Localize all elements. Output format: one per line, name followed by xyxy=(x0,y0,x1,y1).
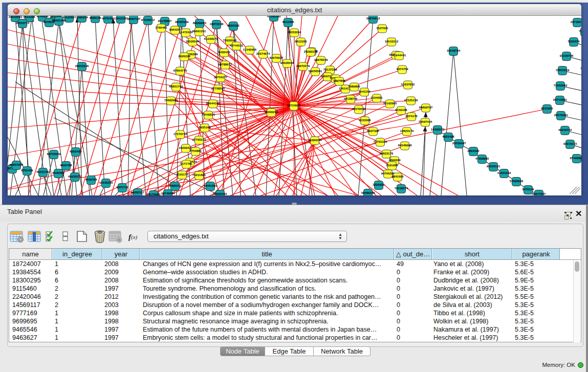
svg-text:96028436: 96028436 xyxy=(280,61,294,64)
svg-text:4668136: 4668136 xyxy=(89,16,101,19)
svg-text:80823176: 80823176 xyxy=(380,152,394,155)
svg-text:5479144: 5479144 xyxy=(522,188,534,191)
svg-text:83140807: 83140807 xyxy=(158,19,172,23)
svg-text:73440831: 73440831 xyxy=(202,113,215,116)
svg-text:6292423: 6292423 xyxy=(70,150,82,153)
svg-text:47295260: 47295260 xyxy=(267,16,281,18)
svg-text:31831063: 31831063 xyxy=(497,171,511,174)
svg-text:8215955: 8215955 xyxy=(541,107,553,110)
svg-text:93016315: 93016315 xyxy=(563,142,577,145)
svg-text:24282218: 24282218 xyxy=(304,50,318,53)
svg-text:97705310: 97705310 xyxy=(192,138,206,141)
svg-text:68353204: 68353204 xyxy=(288,31,301,34)
svg-text:49349722: 49349722 xyxy=(558,128,572,132)
svg-text:4374754: 4374754 xyxy=(396,68,408,71)
svg-text:5171761: 5171761 xyxy=(180,162,192,165)
svg-text:4842788: 4842788 xyxy=(60,164,72,167)
svg-text:23718431: 23718431 xyxy=(571,20,581,24)
svg-text:66661351: 66661351 xyxy=(192,30,206,33)
svg-text:3154051: 3154051 xyxy=(371,96,383,99)
svg-text:46231783: 46231783 xyxy=(36,170,50,173)
svg-text:5408072: 5408072 xyxy=(169,184,181,187)
svg-text:99788677: 99788677 xyxy=(219,63,232,66)
svg-text:14409573: 14409573 xyxy=(431,128,445,131)
svg-text:68800797: 68800797 xyxy=(419,106,433,109)
svg-text:6438436: 6438436 xyxy=(218,51,230,54)
svg-text:4191175: 4191175 xyxy=(176,173,188,176)
svg-text:88461803: 88461803 xyxy=(204,184,217,187)
svg-text:4539704: 4539704 xyxy=(85,178,97,181)
svg-text:91030736: 91030736 xyxy=(560,54,574,57)
svg-text:32162965: 32162965 xyxy=(383,102,397,105)
svg-text:18526544: 18526544 xyxy=(186,40,200,43)
svg-text:11540956: 11540956 xyxy=(243,48,257,51)
svg-text:52235350: 52235350 xyxy=(99,181,113,184)
svg-text:4612365: 4612365 xyxy=(282,20,294,24)
svg-text:86644106: 86644106 xyxy=(206,102,220,105)
svg-text:38754377: 38754377 xyxy=(214,76,228,79)
svg-text:43744231: 43744231 xyxy=(230,44,244,47)
svg-text:50056581: 50056581 xyxy=(309,70,322,73)
svg-text:72682989: 72682989 xyxy=(164,99,178,102)
svg-text:28740864: 28740864 xyxy=(161,192,175,195)
svg-text:97225156: 97225156 xyxy=(404,99,418,102)
svg-text:7754864: 7754864 xyxy=(189,149,202,152)
svg-text:9375710: 9375710 xyxy=(116,186,128,189)
svg-text:84752529: 84752529 xyxy=(47,152,61,156)
svg-text:24972279: 24972279 xyxy=(296,64,310,68)
svg-text:18300295: 18300295 xyxy=(265,111,278,114)
svg-text:84346088: 84346088 xyxy=(398,144,412,147)
svg-text:2626229: 2626229 xyxy=(178,55,190,58)
svg-text:5159166: 5159166 xyxy=(395,108,407,112)
svg-text:8612220: 8612220 xyxy=(295,40,307,43)
svg-text:7022674: 7022674 xyxy=(568,40,580,43)
svg-text:89089901: 89089901 xyxy=(193,21,207,25)
svg-text:2191066: 2191066 xyxy=(386,164,398,167)
svg-text:31472420: 31472420 xyxy=(179,31,193,34)
svg-text:42857966: 42857966 xyxy=(10,163,24,166)
svg-text:2694522: 2694522 xyxy=(467,149,480,152)
svg-text:5614226: 5614226 xyxy=(23,16,35,18)
svg-text:24942603: 24942603 xyxy=(9,16,23,18)
svg-text:4823498: 4823498 xyxy=(442,135,454,138)
svg-text:4694634: 4694634 xyxy=(388,159,401,162)
svg-text:72820592: 72820592 xyxy=(223,39,237,42)
svg-text:57683626: 57683626 xyxy=(510,180,524,183)
svg-text:13561597: 13561597 xyxy=(114,17,128,20)
svg-text:1790481: 1790481 xyxy=(155,26,167,29)
svg-text:4841005: 4841005 xyxy=(391,175,404,178)
svg-text:20553715: 20553715 xyxy=(16,21,30,25)
svg-text:70211891: 70211891 xyxy=(192,173,206,177)
svg-text:7374122: 7374122 xyxy=(579,30,581,33)
svg-text:20570592: 20570592 xyxy=(352,107,366,111)
svg-text:7089806: 7089806 xyxy=(348,85,360,88)
svg-text:20876812: 20876812 xyxy=(366,17,380,20)
svg-text:8090293: 8090293 xyxy=(227,24,239,27)
svg-text:8755439: 8755439 xyxy=(21,169,33,172)
svg-text:29175900: 29175900 xyxy=(147,193,161,195)
svg-text:36687537: 36687537 xyxy=(127,17,141,20)
svg-text:1527021: 1527021 xyxy=(376,27,388,30)
svg-text:1499914: 1499914 xyxy=(76,16,88,19)
svg-text:71662963: 71662963 xyxy=(554,84,568,87)
svg-text:19384554: 19384554 xyxy=(308,139,322,142)
svg-text:4744854: 4744854 xyxy=(36,16,49,18)
svg-text:(x): (x) xyxy=(131,234,138,240)
svg-text:33978249: 33978249 xyxy=(314,58,328,61)
svg-text:82070937: 82070937 xyxy=(270,56,284,59)
svg-text:95320121: 95320121 xyxy=(487,165,500,168)
svg-text:26753883: 26753883 xyxy=(553,98,567,101)
svg-text:73791320: 73791320 xyxy=(374,140,387,143)
svg-text:9153566: 9153566 xyxy=(359,119,371,122)
svg-text:15831819: 15831819 xyxy=(556,69,570,72)
svg-text:96282117: 96282117 xyxy=(131,191,145,194)
svg-text:97226012: 97226012 xyxy=(141,18,155,21)
svg-text:18724007: 18724007 xyxy=(287,104,301,107)
svg-text:19510312: 19510312 xyxy=(385,40,399,43)
svg-text:9897858: 9897858 xyxy=(333,79,345,82)
svg-text:3320821: 3320821 xyxy=(373,183,385,186)
svg-text:58586340: 58586340 xyxy=(361,191,375,194)
svg-text:61220073: 61220073 xyxy=(204,37,218,40)
svg-text:25374874: 25374874 xyxy=(256,52,270,55)
svg-text:8935169: 8935169 xyxy=(199,126,211,129)
